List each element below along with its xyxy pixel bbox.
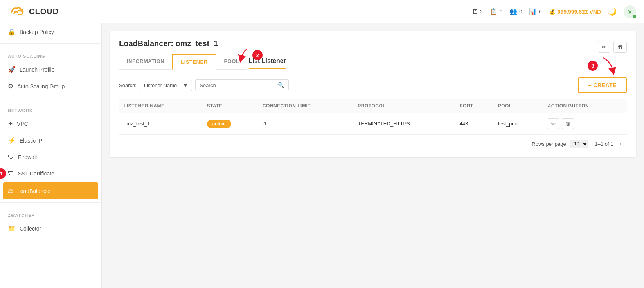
stats-icon: 📊 bbox=[529, 8, 537, 15]
zwatcher-section-label: ZWATCHER bbox=[0, 206, 101, 220]
edit-listener-button[interactable]: ✏ bbox=[548, 118, 559, 129]
network-section-label: NETWORK bbox=[0, 101, 101, 115]
sidebar-item-load-balancer-label: LoadBalancer bbox=[17, 188, 51, 194]
cell-protocol: TERMINATED_HTTPS bbox=[353, 113, 455, 135]
sidebar-item-vpc[interactable]: ✦ VPC bbox=[0, 115, 101, 132]
elastic-ip-icon: ⚡ bbox=[8, 137, 16, 144]
sidebar-item-collector[interactable]: 📁 Collector bbox=[0, 220, 101, 237]
delete-lb-button[interactable]: 🗑 bbox=[613, 41, 627, 53]
pagination-info: 1–1 of 1 bbox=[595, 141, 613, 147]
edit-lb-button[interactable]: ✏ bbox=[598, 41, 610, 53]
tabs: INFORMATION LISTENER POOL bbox=[119, 54, 247, 70]
sidebar-divider-3 bbox=[0, 202, 101, 203]
sidebar-item-auto-scaling-group-label: Auto Scaling Group bbox=[17, 83, 65, 89]
search-input-wrap: 🔍 bbox=[195, 79, 289, 91]
nav-badge-tickets: 📋 0 bbox=[490, 8, 502, 15]
annotation-2-container: 2 bbox=[235, 47, 263, 63]
col-pool: POOL bbox=[493, 99, 543, 113]
next-page-button[interactable]: › bbox=[625, 140, 627, 147]
tab-listener[interactable]: LISTENER bbox=[172, 54, 216, 70]
topnav: CLOUD 🖥 2 📋 0 👥 0 📊 0 💰 999.999.822 VND … bbox=[0, 0, 644, 23]
toolbar: Search: Listener Name = ▼ 🔍 3 bbox=[119, 77, 627, 93]
search-icon: 🔍 bbox=[278, 82, 284, 88]
pagination-buttons: ‹ › bbox=[619, 140, 627, 147]
logo: CLOUD bbox=[8, 3, 59, 20]
sidebar-item-ssl-label: SSL Certificate bbox=[18, 170, 54, 177]
col-port: PORT bbox=[455, 99, 493, 113]
sidebar-item-ssl-certificate[interactable]: 🛡 SSL Certificate bbox=[0, 165, 101, 182]
cell-actions: ✏ 🗑 bbox=[543, 113, 627, 135]
sidebar-item-elastic-ip-label: Elastic IP bbox=[20, 138, 42, 144]
layout: 🔒 Backup Policy AUTO SCALING 🚀 Launch Pr… bbox=[0, 23, 644, 288]
tabs-wrapper: INFORMATION LISTENER POOL bbox=[119, 54, 247, 77]
search-input[interactable] bbox=[200, 82, 278, 88]
create-btn-wrapper: 3 + CREATE bbox=[578, 77, 627, 93]
search-filter-dropdown[interactable]: Listener Name = ▼ bbox=[140, 80, 192, 91]
col-action-button: ACTION BUTTON bbox=[543, 99, 627, 113]
sidebar-item-load-balancer[interactable]: ⚖ LoadBalancer bbox=[3, 182, 98, 199]
users-count: 0 bbox=[519, 9, 522, 14]
tickets-count: 0 bbox=[500, 9, 502, 14]
search-filter-label: Listener Name = bbox=[144, 82, 182, 88]
search-area: Search: Listener Name = ▼ 🔍 bbox=[119, 79, 289, 91]
delete-listener-button[interactable]: 🗑 bbox=[562, 118, 574, 129]
sidebar-item-collector-label: Collector bbox=[20, 225, 41, 232]
nav-badge-stats: 📊 0 bbox=[529, 8, 541, 15]
search-label: Search: bbox=[119, 82, 137, 88]
vpc-icon: ✦ bbox=[8, 120, 13, 127]
rows-per-page-label: Rows per page: bbox=[532, 141, 567, 147]
listener-table: LISTENER NAME STATE CONNECTION LIMIT PRO… bbox=[119, 99, 627, 135]
lb-title: LoadBalancer: omz_test_1 bbox=[119, 39, 218, 48]
annotation-badge-1: 1 bbox=[0, 168, 6, 179]
rows-per-page-select[interactable]: 10 25 50 bbox=[570, 140, 588, 148]
logo-icon bbox=[8, 3, 25, 20]
online-indicator bbox=[633, 15, 636, 18]
lb-title-row: LoadBalancer: omz_test_1 ✏ 🗑 bbox=[119, 39, 627, 54]
tab-information[interactable]: INFORMATION bbox=[119, 54, 172, 70]
sidebar-item-elastic-ip[interactable]: ⚡ Elastic IP bbox=[0, 132, 101, 149]
launch-profile-icon: 🚀 bbox=[8, 66, 16, 73]
stats-count: 0 bbox=[539, 9, 541, 14]
sidebar-item-firewall[interactable]: 🛡 Firewall bbox=[0, 149, 101, 165]
col-connection-limit: CONNECTION LIMIT bbox=[258, 99, 353, 113]
create-button[interactable]: + CREATE bbox=[578, 77, 627, 93]
user-avatar[interactable]: V bbox=[624, 5, 636, 18]
balance-value: 999.999.822 VND bbox=[558, 9, 601, 15]
cell-state: active bbox=[202, 113, 258, 135]
tickets-icon: 📋 bbox=[490, 8, 498, 15]
col-listener-name: LISTENER NAME bbox=[119, 99, 202, 113]
sidebar-item-backup-policy[interactable]: 🔒 Backup Policy bbox=[0, 23, 101, 40]
monitor-icon: 🖥 bbox=[472, 8, 478, 15]
content-card: LoadBalancer: omz_test_1 ✏ 🗑 INFORMATION… bbox=[110, 31, 636, 157]
balance-display: 💰 999.999.822 VND bbox=[549, 9, 601, 15]
cell-connection-limit: -1 bbox=[258, 113, 353, 135]
annotation-3-arrow bbox=[599, 56, 619, 75]
coin-icon: 💰 bbox=[549, 9, 556, 15]
topnav-right: 🖥 2 📋 0 👥 0 📊 0 💰 999.999.822 VND 🌙 V bbox=[472, 5, 636, 18]
card-actions: ✏ 🗑 bbox=[598, 41, 627, 53]
sidebar-item-firewall-label: Firewall bbox=[18, 154, 37, 160]
auto-scaling-group-icon: ⚙ bbox=[8, 82, 13, 90]
auto-scaling-section-label: AUTO SCALING bbox=[0, 47, 101, 61]
firewall-icon: 🛡 bbox=[8, 154, 14, 161]
col-state: STATE bbox=[202, 99, 258, 113]
annotation-badge-3: 3 bbox=[588, 61, 598, 71]
ssl-annotation-wrapper: 🛡 SSL Certificate 1 bbox=[0, 165, 101, 182]
sidebar-item-launch-profile-label: Launch Profile bbox=[20, 66, 55, 73]
sidebar-item-vpc-label: VPC bbox=[17, 121, 28, 127]
nav-badge-monitor: 🖥 2 bbox=[472, 8, 483, 15]
table-row: omz_test_1 active -1 TERMINATED_HTTPS 44… bbox=[119, 113, 627, 135]
cell-listener-name: omz_test_1 bbox=[119, 113, 202, 135]
prev-page-button[interactable]: ‹ bbox=[619, 140, 621, 147]
theme-toggle-icon[interactable]: 🌙 bbox=[608, 7, 617, 16]
nav-badge-users: 👥 0 bbox=[509, 8, 522, 15]
sidebar-item-auto-scaling-group[interactable]: ⚙ Auto Scaling Group bbox=[0, 78, 101, 95]
main-content: LoadBalancer: omz_test_1 ✏ 🗑 INFORMATION… bbox=[102, 23, 644, 288]
collector-icon: 📁 bbox=[8, 225, 16, 232]
sidebar-item-backup-policy-label: Backup Policy bbox=[20, 29, 54, 35]
annotation-3-container: 3 bbox=[588, 56, 619, 75]
sidebar-divider-2 bbox=[0, 98, 101, 98]
sidebar-item-launch-profile[interactable]: 🚀 Launch Profile bbox=[0, 61, 101, 78]
chevron-down-icon: ▼ bbox=[183, 82, 188, 88]
cell-pool: test_pool bbox=[493, 113, 543, 135]
